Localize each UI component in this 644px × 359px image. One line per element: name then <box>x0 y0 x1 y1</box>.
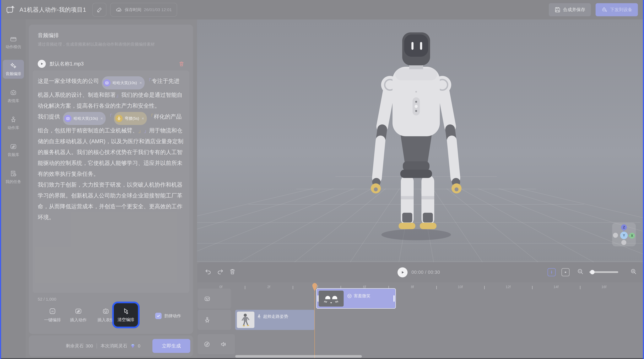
snap-toggle-button[interactable] <box>548 268 556 276</box>
timeline-scrollbar[interactable] <box>235 355 362 358</box>
panel-subtitle: 通过音频处理，生成音频素材以及融合动作和表情的音频编排素材 <box>38 41 185 47</box>
playback-bar: 00:00 / 00:30 <box>197 262 643 282</box>
one-click-arrange-button[interactable]: AI 一键编排 <box>44 308 61 323</box>
segment-bracket: 「 <box>146 78 152 84</box>
axis-gizmo: Z Y X <box>612 223 636 246</box>
delete-clip-button[interactable] <box>229 268 236 275</box>
ruler-frame-label: 16f <box>602 285 606 289</box>
z-axis-handle[interactable]: Z <box>621 224 627 230</box>
undo-button[interactable] <box>204 268 212 275</box>
screen-edge-bottom <box>1 358 643 359</box>
zoom-slider-knob[interactable] <box>590 270 594 274</box>
expression-tag[interactable]: 哈哈大笑(10s)× <box>102 76 144 89</box>
clear-arrange-button[interactable]: 清空编排 <box>112 302 140 328</box>
sidebar-item-my-tasks[interactable]: 我的任务 <box>3 168 24 187</box>
audio-play-button[interactable] <box>38 60 46 68</box>
action-tag-icon <box>116 115 122 122</box>
rename-button[interactable] <box>92 3 106 16</box>
viewport-3d[interactable] <box>197 19 643 262</box>
speaker-icon[interactable] <box>220 341 227 348</box>
segment-bracket: 」 <box>144 127 149 133</box>
tag-remove-button[interactable]: × <box>142 113 144 124</box>
sidebar-item-motion-mimic[interactable]: 动作模仿 <box>3 33 24 52</box>
delete-audio-button[interactable] <box>178 61 185 67</box>
x-axis-handle[interactable]: X <box>629 233 635 239</box>
neg-z-axis-handle[interactable] <box>621 240 626 245</box>
task-list-icon <box>10 170 17 177</box>
playhead-pin[interactable] <box>312 283 317 291</box>
generate-now-button[interactable]: 立即生成 <box>152 339 190 353</box>
sidebar-item-label: 动作模仿 <box>6 44 21 49</box>
sidebar-item-label: 动作库 <box>8 125 19 130</box>
insert-action-button[interactable]: 插入动作 <box>70 308 87 323</box>
action-tag[interactable]: 弯腰(5s)× <box>114 112 147 125</box>
remaining-stones-label: 剩余灵石 <box>66 343 84 349</box>
synthesize-save-label: 合成并保存 <box>563 7 585 13</box>
app-window: A1机器人动作-我的项目1 保存时间 26/01/03 12:01 <box>0 0 644 359</box>
expression-clip-thumbnail <box>318 291 344 307</box>
sidebar-item-expression-library[interactable]: 表情库 <box>3 87 24 106</box>
x-axis-label: X <box>631 234 633 238</box>
editor-text-run: 用于物流和仓储的自主移动机器人 (AMR)，以及为医疗和酒店业量身定制的服务机器… <box>38 127 184 177</box>
ruler-tick <box>436 286 437 289</box>
audio-track-header <box>198 334 235 354</box>
generate-footer: 剩余灵石 300 本次消耗灵石 0 立即生成 <box>29 335 193 357</box>
cost-stones-label: 本次消耗灵石 <box>100 343 127 349</box>
expression-tag[interactable]: 哈哈大笑(10s)× <box>63 112 106 125</box>
zoom-in-button[interactable] <box>630 268 637 275</box>
zoom-slider[interactable] <box>589 271 618 273</box>
expression-clip[interactable]: 害羞微笑 <box>316 288 396 309</box>
tag-remove-button[interactable]: × <box>140 77 142 88</box>
sidebar-item-audio-library[interactable]: 音频库 <box>3 141 24 160</box>
action-clip[interactable]: 超帅走路姿势 <box>235 310 315 330</box>
music-disc-icon[interactable] <box>204 341 210 348</box>
expression-track-header <box>198 289 231 309</box>
ruler-tick <box>293 286 293 289</box>
gem-icon <box>130 343 136 349</box>
save-time-value: 26/01/03 12:01 <box>144 7 172 12</box>
segment-bracket: 「 <box>148 113 154 120</box>
fit-timeline-button[interactable] <box>562 268 570 276</box>
sidebar-item-action-library[interactable]: 动作库 <box>3 114 24 133</box>
cloud-check-icon <box>116 6 122 13</box>
y-axis-handle[interactable]: Y <box>620 232 628 239</box>
clapperboard-icon <box>10 35 17 42</box>
rhythm-motion-toggle[interactable]: 韵律动作 <box>155 313 181 319</box>
editor-text-run: 这是一家全球领先的公司 <box>38 78 100 84</box>
pencil-icon <box>96 7 102 13</box>
zoom-out-button[interactable] <box>577 268 584 275</box>
sparkles-icon <box>10 62 17 69</box>
ruler-tick <box>532 286 532 289</box>
play-button[interactable] <box>398 267 408 277</box>
sidebar: 动作模仿 音频编排 表情库 <box>1 19 26 359</box>
insert-expression-button[interactable]: 插入表情 <box>98 308 114 323</box>
cost-stones-value: 0 <box>138 344 140 349</box>
floppy-save-icon <box>554 7 560 13</box>
segment-bracket: 「 <box>107 113 112 120</box>
redo-button[interactable] <box>216 268 224 275</box>
action-clip-thumbnail <box>237 312 254 328</box>
action-clip-label: 超帅走路姿势 <box>263 314 288 319</box>
ruler-frame-label: 12f <box>506 285 511 289</box>
playhead-line[interactable] <box>314 283 315 358</box>
script-editor[interactable]: 这是一家全球领先的公司 哈哈大笑(10s)×「专注于先进机器人系统的设计、制造和… <box>33 70 189 293</box>
clip-left-handle[interactable] <box>318 295 318 302</box>
sidebar-item-audio-arrange[interactable]: 音频编排 <box>3 60 24 79</box>
ruler-frame-label: 8f <box>411 285 414 289</box>
remaining-stones-value: 300 <box>86 344 93 349</box>
clip-right-handle[interactable] <box>394 295 394 302</box>
neg-x-axis-handle[interactable] <box>613 233 618 238</box>
char-counter: 52 / 1,000 <box>38 297 56 302</box>
person-star-icon <box>204 317 211 324</box>
tag-remove-button[interactable]: × <box>100 113 103 124</box>
ruler-frame-label: 2f <box>267 285 270 289</box>
screen-edge-right <box>643 0 644 359</box>
robot-download-icon <box>601 6 608 13</box>
timeline: 0f2f4f6f8f10f12f14f16f <box>197 282 643 358</box>
robot-face-icon <box>204 295 211 302</box>
action-track-header <box>198 310 231 330</box>
timeline-ruler[interactable]: 0f2f4f6f8f10f12f14f16f <box>197 282 643 293</box>
deploy-to-device-button[interactable]: 下发到设备 <box>596 3 638 16</box>
synthesize-save-button[interactable]: 合成并保存 <box>549 3 591 16</box>
editor-text-run: 我们提供 <box>38 113 62 120</box>
